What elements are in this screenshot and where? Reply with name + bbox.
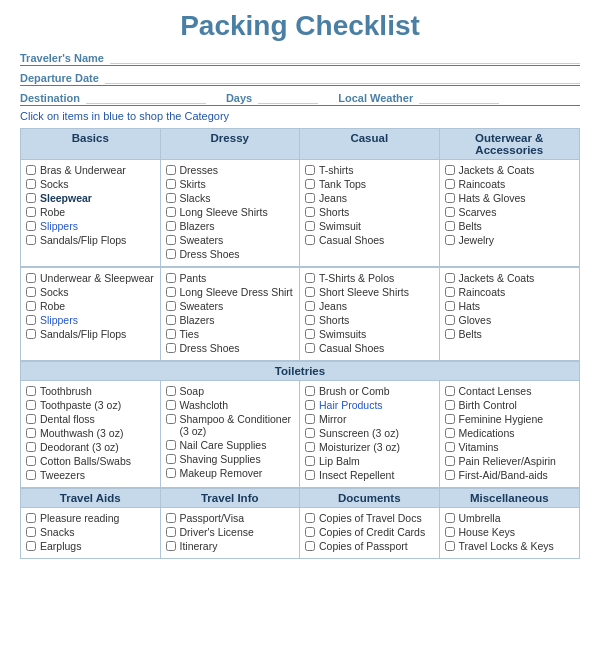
list-item[interactable]: Copies of Passport <box>305 540 434 552</box>
instruction-text: Click on items in blue to shop the Categ… <box>20 110 580 122</box>
list-item[interactable]: Jeans <box>305 192 434 204</box>
list-item[interactable]: Slippers <box>26 314 155 326</box>
list-item[interactable]: Cotton Balls/Swabs <box>26 455 155 467</box>
list-item[interactable]: Shorts <box>305 314 434 326</box>
list-item[interactable]: Socks <box>26 286 155 298</box>
list-item[interactable]: Robe <box>26 206 155 218</box>
list-item[interactable]: Copies of Travel Docs <box>305 512 434 524</box>
list-item[interactable]: Sandals/Flip Flops <box>26 328 155 340</box>
list-item[interactable]: Raincoats <box>445 178 575 190</box>
list-item[interactable]: Mirror <box>305 413 434 425</box>
list-item[interactable]: Tank Tops <box>305 178 434 190</box>
days-label: Days <box>226 92 252 104</box>
list-item[interactable]: Toothbrush <box>26 385 155 397</box>
bottom-header-row: Travel Aids Travel Info Documents Miscel… <box>21 488 579 507</box>
list-item[interactable]: Sandals/Flip Flops <box>26 234 155 246</box>
list-item[interactable]: Gloves <box>445 314 575 326</box>
list-item[interactable]: Vitamins <box>445 441 575 453</box>
list-item[interactable]: Dress Shoes <box>166 248 295 260</box>
list-item[interactable]: Raincoats <box>445 286 575 298</box>
list-item[interactable]: Swimsuit <box>305 220 434 232</box>
list-item[interactable]: Insect Repellent <box>305 469 434 481</box>
list-item[interactable]: Blazers <box>166 314 295 326</box>
list-item[interactable]: Pleasure reading <box>26 512 155 524</box>
list-item[interactable]: Casual Shoes <box>305 342 434 354</box>
list-item[interactable]: Deodorant (3 oz) <box>26 441 155 453</box>
list-item[interactable]: Short Sleeve Shirts <box>305 286 434 298</box>
list-item[interactable]: Dresses <box>166 164 295 176</box>
list-item[interactable]: Belts <box>445 328 575 340</box>
list-item[interactable]: Long Sleeve Dress Shirt <box>166 286 295 298</box>
list-item[interactable]: Bras & Underwear <box>26 164 155 176</box>
list-item[interactable]: Skirts <box>166 178 295 190</box>
dressy-col2: Pants Long Sleeve Dress Shirt Sweaters B… <box>161 268 301 360</box>
list-item[interactable]: Driver's License <box>166 526 295 538</box>
outerwear-header: Outerwear & Accessories <box>440 129 580 159</box>
list-item[interactable]: Mouthwash (3 oz) <box>26 427 155 439</box>
list-item[interactable]: T-shirts <box>305 164 434 176</box>
list-item[interactable]: House Keys <box>445 526 575 538</box>
list-item[interactable]: Scarves <box>445 206 575 218</box>
list-item[interactable]: Sleepwear <box>26 192 155 204</box>
list-item[interactable]: Casual Shoes <box>305 234 434 246</box>
list-item[interactable]: Dental floss <box>26 413 155 425</box>
list-item[interactable]: Hair Products <box>305 399 434 411</box>
list-item[interactable]: Contact Lenses <box>445 385 575 397</box>
list-item[interactable]: Slippers <box>26 220 155 232</box>
list-item[interactable]: Pants <box>166 272 295 284</box>
section-row-2: Underwear & Sleepwear Socks Robe Slipper… <box>21 267 579 361</box>
list-item[interactable]: Passport/Visa <box>166 512 295 524</box>
travel-aids-col: Pleasure reading Snacks Earplugs <box>21 508 161 558</box>
list-item[interactable]: Hats <box>445 300 575 312</box>
list-item[interactable]: Soap <box>166 385 295 397</box>
list-item[interactable]: Slacks <box>166 192 295 204</box>
list-item[interactable]: Hats & Gloves <box>445 192 575 204</box>
list-item[interactable]: Dress Shoes <box>166 342 295 354</box>
list-item[interactable]: Belts <box>445 220 575 232</box>
list-item[interactable]: Toothpaste (3 oz) <box>26 399 155 411</box>
list-item[interactable]: Medications <box>445 427 575 439</box>
list-item[interactable]: Washcloth <box>166 399 295 411</box>
list-item[interactable]: Robe <box>26 300 155 312</box>
traveler-label: Traveler's Name <box>20 52 104 64</box>
list-item[interactable]: Tweezers <box>26 469 155 481</box>
outerwear-col2: Jackets & Coats Raincoats Hats Gloves Be… <box>440 268 580 360</box>
list-item[interactable]: Swimsuits <box>305 328 434 340</box>
list-item[interactable]: T-Shirts & Polos <box>305 272 434 284</box>
list-item[interactable]: Feminine Hygiene <box>445 413 575 425</box>
miscellaneous-col: Umbrella House Keys Travel Locks & Keys <box>440 508 580 558</box>
documents-col: Copies of Travel Docs Copies of Credit C… <box>300 508 440 558</box>
list-item[interactable]: Sunscreen (3 oz) <box>305 427 434 439</box>
list-item[interactable]: Ties <box>166 328 295 340</box>
list-item[interactable]: Brush or Comb <box>305 385 434 397</box>
list-item[interactable]: Makeup Remover <box>166 467 295 479</box>
list-item[interactable]: Umbrella <box>445 512 575 524</box>
list-item[interactable]: Jewelry <box>445 234 575 246</box>
list-item[interactable]: Birth Control <box>445 399 575 411</box>
list-item[interactable]: Snacks <box>26 526 155 538</box>
list-item[interactable]: Blazers <box>166 220 295 232</box>
list-item[interactable]: Socks <box>26 178 155 190</box>
basics-col2: Underwear & Sleepwear Socks Robe Slipper… <box>21 268 161 360</box>
list-item[interactable]: Shorts <box>305 206 434 218</box>
list-item[interactable]: Lip Balm <box>305 455 434 467</box>
toiletries-header: Toiletries <box>21 362 579 380</box>
list-item[interactable]: Travel Locks & Keys <box>445 540 575 552</box>
list-item[interactable]: Sweaters <box>166 234 295 246</box>
list-item[interactable]: Pain Reliever/Aspirin <box>445 455 575 467</box>
list-item[interactable]: Long Sleeve Shirts <box>166 206 295 218</box>
list-item[interactable]: Jackets & Coats <box>445 164 575 176</box>
list-item[interactable]: Shaving Supplies <box>166 453 295 465</box>
departure-label: Departure Date <box>20 72 99 84</box>
list-item[interactable]: Underwear & Sleepwear <box>26 272 155 284</box>
list-item[interactable]: Nail Care Supplies <box>166 439 295 451</box>
list-item[interactable]: Sweaters <box>166 300 295 312</box>
list-item[interactable]: Itinerary <box>166 540 295 552</box>
list-item[interactable]: Earplugs <box>26 540 155 552</box>
list-item[interactable]: First-Aid/Band-aids <box>445 469 575 481</box>
list-item[interactable]: Copies of Credit Cards <box>305 526 434 538</box>
list-item[interactable]: Jackets & Coats <box>445 272 575 284</box>
list-item[interactable]: Moisturizer (3 oz) <box>305 441 434 453</box>
list-item[interactable]: Jeans <box>305 300 434 312</box>
list-item[interactable]: Shampoo & Conditioner (3 oz) <box>166 413 295 437</box>
